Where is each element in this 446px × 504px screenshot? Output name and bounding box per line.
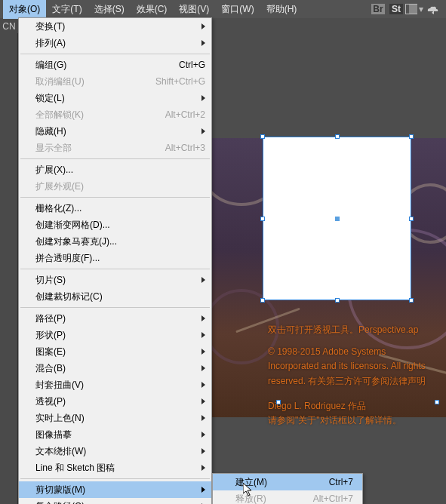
- menu-item[interactable]: 变换(T): [19, 18, 211, 35]
- selection-handle[interactable]: [435, 400, 439, 404]
- menu-effect[interactable]: 效果(C): [131, 0, 174, 19]
- selection-handle[interactable]: [260, 298, 265, 303]
- menu-item[interactable]: 路径(P): [19, 310, 211, 327]
- menu-item[interactable]: 创建裁切标记(C): [19, 288, 211, 305]
- menu-shortcut: Alt+Ctrl+3: [165, 143, 205, 153]
- menu-separator: [20, 54, 210, 54]
- menu-separator: [20, 478, 210, 479]
- menu-item-label: 创建对象马赛克(J)...: [35, 235, 117, 248]
- menu-item[interactable]: 编组(G)Ctrl+G: [19, 57, 211, 73]
- menu-item[interactable]: 封套扭曲(V): [19, 376, 211, 393]
- menu-item[interactable]: 排列(A): [19, 35, 211, 51]
- menu-item[interactable]: 复合路径(O): [19, 498, 211, 504]
- selection-handle[interactable]: [335, 298, 340, 303]
- submenu-arrow-icon: [201, 465, 205, 471]
- menu-shortcut: Ctrl+G: [179, 60, 205, 70]
- submenu-arrow-icon: [201, 23, 205, 29]
- menu-item-label: 隐藏(H): [35, 125, 66, 138]
- selection-rectangle[interactable]: [263, 137, 411, 300]
- selection-handle[interactable]: [276, 400, 281, 404]
- menu-item[interactable]: 栅格化(Z)...: [19, 200, 211, 217]
- submenu-arrow-icon: [201, 382, 205, 388]
- submenu-arrow-icon: [201, 315, 205, 321]
- artwork-text-line5: 请参阅"关于"对话框以了解详情。: [268, 413, 431, 428]
- menu-item[interactable]: 图像描摹: [19, 426, 211, 443]
- menu-separator: [20, 307, 210, 308]
- left-gutter: [0, 33, 18, 504]
- artwork-text-line3: Incorporated and its licensors. All righ…: [268, 359, 431, 388]
- submenu-shortcut: Ctrl+7: [329, 477, 353, 487]
- menu-item[interactable]: 创建渐变网格(D)...: [19, 217, 211, 233]
- menu-item-label: 混合(B): [35, 362, 66, 375]
- object-menu-dropdown: 变换(T)排列(A)编组(G)Ctrl+G取消编组(U)Shift+Ctrl+G…: [18, 17, 212, 504]
- selection-handle[interactable]: [335, 134, 340, 139]
- menu-item-label: 锁定(L): [35, 92, 65, 105]
- menu-item-label: 栅格化(Z)...: [35, 202, 82, 215]
- bridge-icon[interactable]: Br: [369, 2, 387, 17]
- menu-window[interactable]: 窗口(W): [215, 0, 260, 19]
- menu-select[interactable]: 选择(S): [88, 0, 131, 19]
- submenu-item: 释放(R)Alt+Ctrl+7: [213, 490, 362, 504]
- menu-item-label: 扩展(X)...: [35, 164, 73, 177]
- submenu-arrow-icon: [201, 349, 205, 355]
- submenu-arrow-icon: [201, 415, 205, 421]
- menu-item[interactable]: 文本绕排(W): [19, 443, 211, 459]
- menubar: 对象(O) 文字(T) 选择(S) 效果(C) 视图(V) 窗口(W) 帮助(H…: [0, 0, 446, 18]
- selection-handle[interactable]: [409, 217, 414, 221]
- menu-item[interactable]: 扩展(X)...: [19, 161, 211, 178]
- submenu-arrow-icon: [201, 487, 205, 493]
- submenu-arrow-icon: [201, 398, 205, 404]
- menu-item-label: 全部解锁(K): [35, 109, 84, 121]
- doc-label: CN: [0, 18, 18, 35]
- menu-item-label: 复合路径(O): [35, 500, 85, 505]
- menu-item[interactable]: 实时上色(N): [19, 410, 211, 426]
- selection-handle[interactable]: [260, 134, 265, 139]
- menu-item-label: 显示全部: [35, 142, 72, 155]
- cloud-sync-icon[interactable]: [423, 2, 441, 17]
- menu-view[interactable]: 视图(V): [173, 0, 215, 19]
- menu-item-label: 切片(S): [35, 274, 66, 287]
- menu-item[interactable]: 图案(E): [19, 343, 211, 360]
- clipping-mask-submenu: 建立(M)Ctrl+7释放(R)Alt+Ctrl+7: [212, 473, 363, 504]
- menu-item[interactable]: 混合(B): [19, 360, 211, 376]
- menu-object[interactable]: 对象(O): [3, 0, 46, 19]
- submenu-arrow-icon: [201, 448, 205, 454]
- svg-text:St: St: [392, 4, 401, 14]
- submenu-shortcut: Alt+Ctrl+7: [313, 493, 353, 504]
- menu-item-label: 路径(P): [35, 312, 66, 325]
- menu-item[interactable]: 拼合透明度(F)...: [19, 250, 211, 266]
- menu-item-label: 创建裁切标记(C): [35, 290, 103, 303]
- menu-item[interactable]: 锁定(L): [19, 90, 211, 106]
- menu-item[interactable]: Line 和 Sketch 图稿: [19, 459, 211, 476]
- menu-item[interactable]: 剪切蒙版(M): [19, 481, 211, 498]
- submenu-arrow-icon: [201, 277, 205, 283]
- menu-shortcut: Alt+Ctrl+2: [165, 109, 205, 120]
- submenu-item[interactable]: 建立(M)Ctrl+7: [213, 474, 362, 490]
- menu-item[interactable]: 切片(S): [19, 272, 211, 288]
- menu-item[interactable]: 创建对象马赛克(J)...: [19, 233, 211, 250]
- selection-handle[interactable]: [260, 217, 265, 221]
- menu-item-label: 形状(P): [35, 329, 66, 342]
- menu-help[interactable]: 帮助(H): [260, 0, 303, 19]
- menu-item-label: 取消编组(U): [35, 75, 85, 88]
- menu-item[interactable]: 隐藏(H): [19, 123, 211, 140]
- layout-icon[interactable]: ▾: [405, 2, 423, 17]
- menu-separator: [20, 197, 210, 198]
- menu-item-label: 图案(E): [35, 346, 66, 358]
- menu-item[interactable]: 形状(P): [19, 327, 211, 343]
- menu-item-label: 变换(T): [35, 20, 65, 33]
- selection-center: [335, 217, 340, 221]
- selection-handle[interactable]: [409, 298, 414, 303]
- menu-item-label: 拼合透明度(F)...: [35, 252, 100, 265]
- menu-item[interactable]: 透视(P): [19, 393, 211, 410]
- selection-handle[interactable]: [409, 134, 414, 139]
- menu-item: 取消编组(U)Shift+Ctrl+G: [19, 73, 211, 90]
- menu-item: 全部解锁(K)Alt+Ctrl+2: [19, 106, 211, 123]
- menu-item-label: 创建渐变网格(D)...: [35, 219, 110, 232]
- menu-item-label: 图像描摹: [35, 429, 72, 441]
- svg-text:Br: Br: [373, 4, 383, 14]
- mouse-cursor: [243, 483, 255, 498]
- stock-icon[interactable]: St: [387, 2, 405, 17]
- menu-type[interactable]: 文字(T): [46, 0, 88, 19]
- menu-item-label: 实时上色(N): [35, 412, 85, 425]
